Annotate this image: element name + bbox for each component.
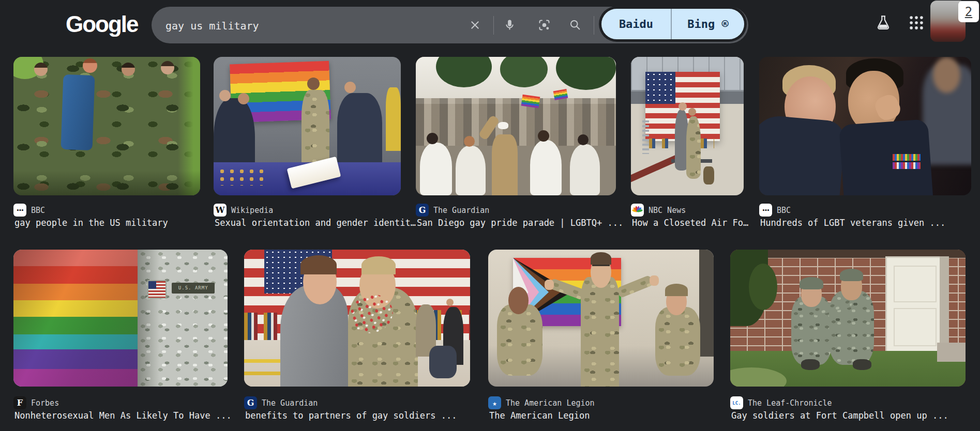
result-image[interactable] bbox=[730, 250, 966, 387]
result-title[interactable]: San Diego gay pride parade | LGBTQ+ ... bbox=[417, 218, 623, 228]
forbes-icon: F bbox=[13, 396, 26, 409]
source-name: NBC News bbox=[649, 206, 686, 215]
source-name: BBC bbox=[31, 206, 45, 215]
microphone-icon[interactable] bbox=[503, 18, 517, 32]
result-image[interactable]: U.S. ARMY bbox=[13, 250, 228, 387]
rainbow-flag bbox=[521, 95, 540, 109]
result-title[interactable]: benefits to partners of gay soldiers ... bbox=[245, 410, 457, 421]
source-name: BBC bbox=[777, 206, 791, 215]
bbc-icon: ••• bbox=[13, 204, 26, 217]
source-name: Wikipedia bbox=[231, 206, 273, 215]
source-name: The Leaf-Chronicle bbox=[748, 398, 832, 408]
result-image[interactable] bbox=[759, 57, 971, 195]
result-title[interactable]: Nonheterosexual Men As Likely To Have ..… bbox=[14, 410, 232, 421]
wikipedia-icon: W bbox=[214, 204, 227, 217]
apps-grid-icon[interactable] bbox=[908, 14, 925, 32]
us-flag-patch bbox=[148, 281, 165, 298]
white-door bbox=[885, 256, 943, 356]
source-name: The Guardian bbox=[262, 398, 318, 408]
source-chip[interactable]: ••• BBC bbox=[13, 204, 45, 217]
result-image[interactable] bbox=[416, 57, 616, 195]
result-image[interactable] bbox=[214, 57, 401, 195]
guardian-icon: G bbox=[416, 204, 429, 217]
us-army-name-tape: U.S. ARMY bbox=[172, 283, 215, 294]
google-image-search-page: { "header": { "logo": "Google", "search"… bbox=[0, 0, 980, 431]
eyeglasses bbox=[592, 265, 610, 266]
source-chip[interactable]: G The Guardian bbox=[244, 396, 318, 409]
bing-button[interactable]: Bing ® bbox=[672, 9, 744, 39]
guardian-icon: G bbox=[244, 396, 257, 409]
search-input[interactable] bbox=[164, 7, 446, 44]
source-chip[interactable]: ★ The American Legion bbox=[488, 396, 595, 409]
source-name: The American Legion bbox=[506, 398, 595, 408]
search-bar[interactable]: Baidu Bing ® bbox=[152, 7, 748, 43]
result-image[interactable] bbox=[488, 250, 714, 387]
engine-buttons: Baidu Bing ® bbox=[601, 9, 744, 39]
source-chip[interactable]: LC. The Leaf-Chronicle bbox=[730, 396, 832, 409]
lens-camera-icon[interactable] bbox=[537, 18, 551, 32]
bbc-icon: ••• bbox=[759, 204, 772, 217]
blue-tshirt-figure bbox=[61, 74, 95, 150]
source-chip[interactable]: G The Guardian bbox=[416, 204, 489, 217]
nbc-news-icon bbox=[631, 204, 644, 217]
leaf-chronicle-icon: LC. bbox=[730, 396, 743, 409]
result-image[interactable] bbox=[13, 57, 200, 195]
search-icon[interactable] bbox=[568, 18, 582, 32]
baidu-button[interactable]: Baidu bbox=[601, 9, 671, 39]
divider bbox=[594, 16, 594, 35]
source-chip[interactable]: F Forbes bbox=[13, 396, 59, 409]
source-chip[interactable]: ••• BBC bbox=[759, 204, 791, 217]
patrol-cap bbox=[840, 269, 864, 281]
notification-badge[interactable]: 2 bbox=[958, 1, 979, 22]
result-title[interactable]: Hundreds of LGBT veterans given ... bbox=[760, 218, 945, 228]
result-title[interactable]: How a Closeted Air Fo… bbox=[632, 218, 748, 228]
result-title[interactable]: The American Legion bbox=[489, 410, 590, 421]
labs-flask-icon[interactable] bbox=[875, 13, 892, 32]
patrol-cap bbox=[800, 277, 823, 289]
result-image[interactable] bbox=[244, 250, 470, 387]
ribbon-rack bbox=[893, 154, 920, 161]
clear-icon[interactable] bbox=[468, 18, 482, 32]
divider bbox=[493, 16, 494, 35]
result-title[interactable]: Sexual orientation and gender identit… bbox=[215, 218, 416, 228]
source-name: Forbes bbox=[31, 398, 59, 408]
american-legion-icon: ★ bbox=[488, 396, 501, 409]
source-name: The Guardian bbox=[433, 206, 489, 215]
google-logo[interactable]: Google bbox=[66, 11, 138, 37]
result-image[interactable] bbox=[631, 57, 744, 195]
source-chip[interactable]: W Wikipedia bbox=[214, 204, 273, 217]
source-chip[interactable]: NBC News bbox=[631, 204, 686, 217]
result-title[interactable]: gay people in the US military bbox=[14, 218, 168, 228]
result-title[interactable]: Gay soldiers at Fort Campbell open up ..… bbox=[731, 410, 948, 421]
